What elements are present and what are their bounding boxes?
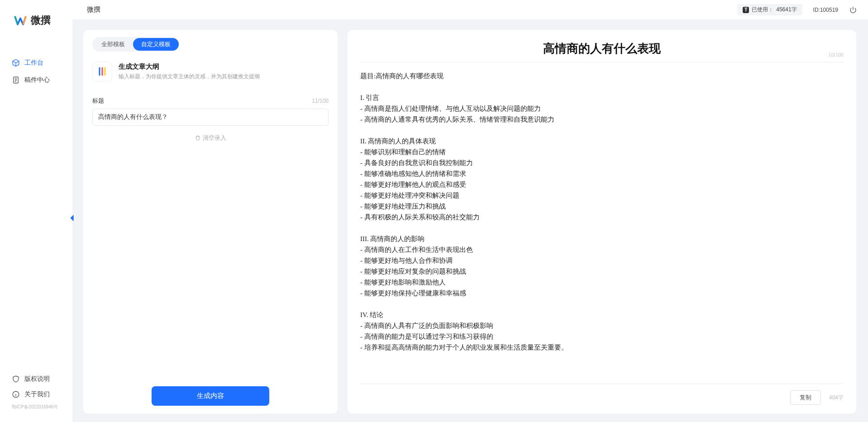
output-body[interactable]: 题目:高情商的人有哪些表现 I. 引言 - 高情商是指人们处理情绪、与他人互动以…: [360, 62, 844, 384]
tab-all-templates[interactable]: 全部模板: [93, 38, 133, 51]
usage-badge[interactable]: T 已使用： 45641字: [737, 4, 802, 15]
copy-button[interactable]: 复制: [790, 390, 821, 405]
usage-value: 45641字: [776, 6, 796, 14]
usage-prefix: 已使用：: [752, 6, 773, 14]
template-icon: [92, 62, 112, 81]
info-icon: [12, 390, 20, 398]
generate-button[interactable]: 生成内容: [152, 386, 269, 406]
topbar: 微撰 T 已使用： 45641字 ID:100519: [72, 0, 868, 20]
panel-left: 全部模板 自定义模板 生成文章大纲 输入标题，为你提供文章主体的灵感，并为其创建…: [83, 30, 338, 414]
document-icon: [12, 76, 20, 84]
user-id: ID:100519: [813, 7, 838, 13]
output-title: 高情商的人有什么表现: [543, 41, 661, 57]
template-desc: 输入标题，为你提供文章主体的灵感，并为其创建推文提纲: [119, 73, 260, 81]
collapse-sidebar-button[interactable]: [68, 212, 76, 224]
nav-item-workspace[interactable]: 工作台: [0, 54, 72, 71]
template-title: 生成文章大纲: [119, 62, 260, 71]
title-input[interactable]: [92, 109, 329, 126]
nav-item-copyright[interactable]: 版权说明: [0, 371, 72, 387]
panel-right: 高情商的人有什么表现 10/100 题目:高情商的人有哪些表现 I. 引言 - …: [348, 30, 856, 414]
tab-custom-templates[interactable]: 自定义模板: [133, 38, 179, 51]
cube-icon: [12, 59, 20, 67]
char-count: 404字: [829, 394, 844, 402]
nav-item-about[interactable]: 关于我们: [0, 387, 72, 402]
nav-item-drafts[interactable]: 稿件中心: [0, 71, 72, 89]
title-counter: 11/100: [312, 98, 329, 104]
trash-icon: [195, 135, 201, 141]
logo-text: 微撰: [31, 14, 51, 27]
output-header: 高情商的人有什么表现 10/100: [360, 41, 844, 62]
text-count-icon: T: [743, 7, 749, 13]
shield-icon: [12, 375, 20, 383]
icp-text: 鄂ICP备2022016946号: [0, 402, 72, 414]
nav: 工作台 稿件中心: [0, 36, 72, 371]
nav-label: 稿件中心: [24, 76, 50, 84]
page-title: 微撰: [83, 5, 100, 14]
output-footer: 复制 404字: [360, 384, 844, 405]
sidebar-bottom: 版权说明 关于我们 鄂ICP备2022016946号: [0, 371, 72, 422]
template-tabs: 全部模板 自定义模板: [92, 37, 180, 52]
logo-mark-icon: [14, 14, 27, 27]
clear-inputs-button[interactable]: 清空录入: [92, 134, 329, 142]
output-title-counter: 10/100: [828, 52, 844, 57]
topbar-right: T 已使用： 45641字 ID:100519: [737, 4, 857, 15]
power-icon[interactable]: [849, 6, 857, 14]
nav-label: 关于我们: [24, 390, 50, 398]
title-label: 标题: [92, 97, 104, 105]
clear-label: 清空录入: [203, 134, 226, 142]
nav-label: 工作台: [24, 59, 43, 67]
template-head: 生成文章大纲 输入标题，为你提供文章主体的灵感，并为其创建推文提纲: [92, 62, 329, 81]
nav-label: 版权说明: [24, 375, 50, 383]
workspace: 全部模板 自定义模板 生成文章大纲 输入标题，为你提供文章主体的灵感，并为其创建…: [72, 20, 868, 422]
logo[interactable]: 微撰: [0, 0, 72, 36]
sidebar: 微撰 工作台 稿件中心 版权说明 关于我们 鄂ICP备2: [0, 0, 72, 422]
